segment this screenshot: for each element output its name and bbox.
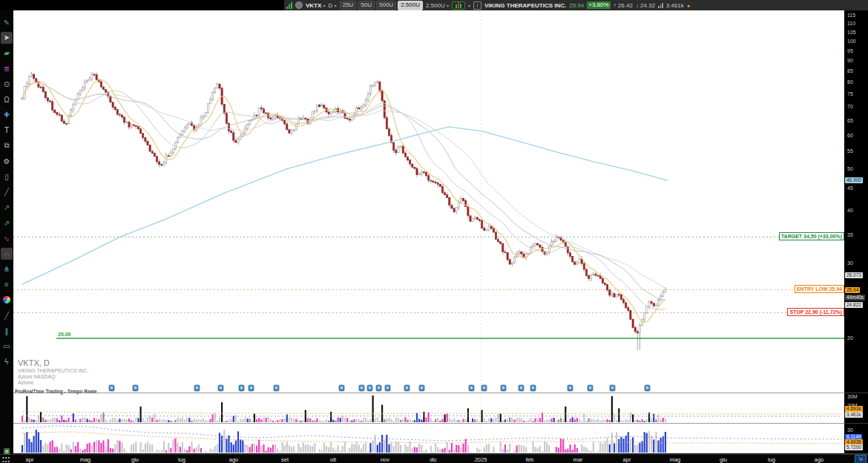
price-tick: 100 — [847, 38, 856, 43]
chart-market-label: Azioni NASDAQ — [18, 374, 89, 379]
chevron-down-icon: ▾ — [323, 4, 326, 8]
stop-level-label[interactable]: STOP 22,90 (-11,72%) — [787, 308, 844, 316]
axis-separator — [844, 393, 868, 393]
price-tick: 20 — [847, 335, 853, 341]
chart-style-button[interactable] — [452, 1, 465, 10]
month-label: 2025 — [475, 456, 487, 463]
chart-style-caret[interactable]: ▾ — [468, 3, 470, 8]
units-dropdown[interactable]: 2.500U ▾ — [426, 2, 449, 9]
panel-tick: 30 — [847, 427, 853, 433]
support-line-label[interactable]: 20.00 — [58, 332, 71, 337]
level-28: 28.073 — [845, 272, 863, 278]
month-label: dic — [430, 456, 437, 463]
target-level-label[interactable]: TARGET 34,50 (+33,00%) — [779, 232, 844, 240]
trendline-icon[interactable]: ╱ — [1, 186, 13, 198]
price-tick: 40 — [847, 207, 853, 212]
price-tick: 55 — [847, 148, 853, 154]
text-tool-icon[interactable]: T — [1, 125, 13, 137]
up-arrow-icon: ↑ — [614, 2, 617, 9]
panel-tick: 30M — [847, 394, 858, 399]
zoom-button-50u[interactable]: 50U — [358, 1, 375, 10]
info-icon[interactable]: i — [473, 1, 481, 10]
connection-signal-icon — [286, 2, 292, 9]
horizontal-levels-icon[interactable]: ≡ — [1, 279, 13, 291]
month-label: ago — [815, 456, 824, 463]
month-label: feb — [526, 456, 533, 463]
day-volume: 3.461k — [666, 2, 684, 9]
price-tick: 110 — [847, 21, 855, 26]
ind-gray-value: 5.7200 — [845, 444, 863, 450]
color-wheel-icon[interactable] — [1, 294, 13, 306]
drawing-toolbar: ✎➤▰≣⊙Ω✚T⧉⚙▯╱↗⇗∿∩⋔≡╱∥▭ϟ▣⋯ — [0, 10, 13, 454]
last-price: 25.94 — [845, 287, 860, 293]
price-tick: 65 — [847, 117, 853, 122]
magnet-icon[interactable]: ∩ — [1, 248, 13, 260]
fibonacci-icon[interactable]: ⋔ — [1, 263, 13, 275]
pattern-icon[interactable]: ∿ — [1, 232, 13, 244]
month-label: ago — [229, 456, 239, 463]
duplicate-icon[interactable]: ⧉ — [1, 139, 13, 151]
level-24: 24.822 — [845, 302, 863, 308]
chart-type-label: Azione — [18, 380, 89, 385]
indicator-list-icon[interactable]: ≣ — [1, 62, 13, 74]
zoom-button-25u[interactable]: 25U — [340, 1, 357, 10]
month-label: apr — [26, 456, 34, 463]
month-label: set — [281, 456, 289, 463]
ma200-value: 46.900 — [845, 177, 863, 183]
data-feed-icon[interactable] — [295, 1, 303, 9]
zoom-button-2.500u[interactable]: 2.500U — [398, 1, 423, 10]
entry-level-label[interactable]: ENTRY LOW 25,94 — [795, 285, 844, 293]
ray-icon[interactable]: ↗ — [1, 202, 13, 214]
zoom-button-500u[interactable]: 500U — [376, 1, 396, 10]
chevron-down-icon: ▾ — [447, 4, 449, 8]
volume-icon — [658, 2, 663, 8]
symbol-selector[interactable]: VKTX ▾ — [306, 2, 326, 9]
cursor-icon[interactable]: ➤ — [1, 32, 13, 44]
draw-pencil-icon[interactable]: ✎ — [1, 16, 13, 28]
chart-instrument-label: VIKING THERAPEUTICS INC. — [18, 368, 89, 373]
price-tick: 75 — [847, 91, 853, 96]
drag-handle-icon[interactable]: •••••• — [2, 456, 10, 463]
chevron-down-icon: ▾ — [335, 4, 337, 8]
platform-watermark: ProRealTime Trading - Tempo Reale — [15, 389, 97, 394]
polyline-icon[interactable]: ϟ — [1, 356, 13, 368]
top-toolbar: VKTX ▾ D ▾ 25U50U500U2.500U 2.500U ▾ ▾ i… — [284, 0, 868, 10]
price-tick: 95 — [847, 47, 853, 53]
month-label: nov — [381, 456, 389, 463]
price-axis[interactable]: 1151101051009590858075706560555045403530… — [844, 10, 868, 454]
eraser-icon[interactable]: ▰ — [1, 47, 13, 59]
zoom-tool-icon[interactable]: ⊙ — [1, 78, 13, 90]
alarm-bell-icon[interactable]: Ω — [1, 93, 13, 105]
market-status-icon: ● — [687, 3, 690, 8]
price-tick: 30 — [847, 260, 853, 266]
scroll-to-latest-icon[interactable]: ⇲ — [855, 455, 867, 463]
month-label: apr — [623, 456, 631, 463]
price-tick: 115 — [847, 13, 855, 18]
time-axis[interactable]: •••••• ⇲ aprmaggiulugagosetottnovdic2025… — [0, 454, 868, 463]
chart-symbol-label: VKTX, D — [18, 358, 89, 367]
color-wheel — [3, 296, 10, 303]
symbol-label: VKTX — [306, 2, 321, 9]
trading-app-window: VKTX ▾ D ▾ 25U50U500U2.500U 2.500U ▾ ▾ i… — [0, 0, 868, 463]
zoom-button-group: 25U50U500U2.500U — [340, 1, 423, 10]
price-tick: 45 — [847, 185, 853, 191]
timeframe-selector[interactable]: D ▾ — [329, 2, 337, 9]
instrument-name: VIKING THERAPEUTICS INC. — [484, 2, 566, 9]
rectangle-tool-icon[interactable]: ▭ — [1, 341, 13, 352]
month-label: giu — [131, 456, 139, 463]
last-volume: 3.461k — [845, 412, 863, 418]
parallel-lines-icon[interactable]: ∥ — [1, 325, 13, 337]
month-label: giu — [720, 456, 727, 463]
price-tick: 90 — [847, 57, 853, 62]
arrow-draw-icon[interactable]: ⇗ — [1, 217, 13, 229]
chart-title-block: VKTX, D VIKING THERAPEUTICS INC. Azioni … — [18, 358, 89, 385]
timeframe-label: D — [329, 2, 333, 9]
segment-icon[interactable]: ╱ — [1, 309, 13, 321]
day-high: ↑ 26.42 — [614, 2, 633, 9]
month-label: mar — [573, 456, 583, 463]
move-tool-icon[interactable]: ✚ — [1, 109, 13, 121]
price-chart-canvas[interactable] — [0, 0, 868, 463]
wrench-icon[interactable]: ⚙ — [1, 155, 13, 167]
trash-icon[interactable]: ▯ — [1, 171, 13, 183]
change-badge: +3.80% — [587, 1, 610, 9]
